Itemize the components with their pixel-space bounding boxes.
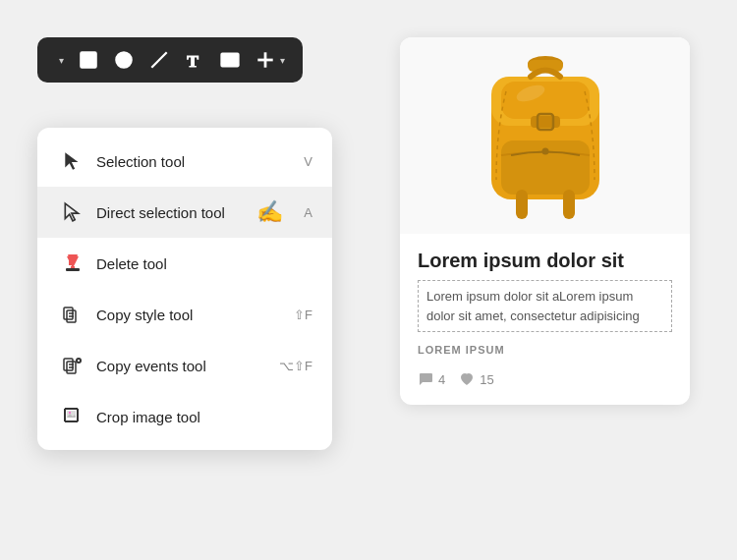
copy-style-tool-shortcut: ⇧F: [294, 308, 312, 322]
svg-rect-1: [81, 52, 95, 67]
crop-image-tool-label: Crop image tool: [96, 409, 312, 425]
svg-marker-9: [65, 152, 78, 170]
rectangle-tool-btn[interactable]: [78, 49, 99, 71]
add-tool-btn[interactable]: ▾: [255, 49, 285, 71]
copy-events-tool-label: Copy events tool: [96, 358, 279, 374]
line-tool-btn[interactable]: [148, 49, 170, 71]
line-icon: [148, 49, 170, 71]
selection-tool-item[interactable]: Selection tool V: [37, 136, 332, 187]
text-tool-btn[interactable]: T: [184, 49, 205, 71]
selection-tool-shortcut: V: [304, 154, 312, 169]
toolbar: ▾ T ▾: [37, 37, 303, 83]
crop-image-icon: [57, 401, 88, 432]
chevron-down-icon: ▾: [59, 55, 64, 66]
svg-rect-14: [68, 254, 78, 256]
likes-count: 15: [480, 372, 493, 387]
copy-events-tool-item[interactable]: Copy events tool ⌥⇧F: [37, 340, 332, 391]
svg-rect-40: [531, 116, 560, 128]
svg-rect-43: [516, 190, 528, 219]
heart-icon: [459, 371, 475, 387]
svg-line-3: [151, 52, 166, 67]
comments-count: 4: [438, 372, 445, 387]
svg-text:T: T: [187, 51, 198, 71]
direct-selection-icon: [57, 196, 88, 228]
likes-action[interactable]: 15: [459, 371, 493, 387]
svg-marker-13: [69, 255, 73, 265]
card-body-text: Lorem ipsum dolor sit aLorem ipsum dolor…: [418, 280, 672, 332]
text-icon: T: [184, 49, 205, 71]
card-actions: 4 15: [418, 367, 672, 387]
backpack-illustration: [462, 42, 629, 229]
direct-selection-tool-shortcut: A: [304, 205, 312, 220]
delete-tool-item[interactable]: Delete tool: [37, 238, 332, 289]
selection-tool-btn[interactable]: ▾: [55, 55, 64, 66]
comment-icon: [418, 371, 433, 387]
cursor-hand-icon: ✍: [256, 199, 283, 225]
copy-events-icon: [57, 350, 88, 381]
card-image: [400, 37, 690, 234]
comments-action[interactable]: 4: [418, 371, 445, 387]
card-title: Lorem ipsum dolor sit: [418, 250, 672, 272]
svg-point-42: [541, 148, 548, 155]
svg-point-2: [116, 52, 131, 67]
svg-rect-11: [66, 268, 80, 271]
delete-icon: [57, 248, 88, 279]
circle-icon: [113, 49, 135, 71]
card-body: Lorem ipsum dolor sit Lorem ipsum dolor …: [400, 234, 690, 387]
plus-chevron-icon: ▾: [280, 55, 285, 66]
plus-icon: [255, 49, 276, 71]
svg-rect-44: [563, 190, 575, 219]
delete-tool-label: Delete tool: [96, 255, 312, 272]
rectangle-icon: [78, 49, 99, 71]
selection-tool-label: Selection tool: [96, 153, 304, 170]
svg-marker-10: [65, 203, 78, 221]
svg-point-33: [69, 412, 71, 414]
copy-events-tool-shortcut: ⌥⇧F: [279, 359, 312, 373]
copy-style-tool-item[interactable]: Copy style tool ⇧F: [37, 289, 332, 340]
crop-image-tool-item[interactable]: Crop image tool: [37, 391, 332, 442]
content-card: Lorem ipsum dolor sit Lorem ipsum dolor …: [400, 37, 690, 405]
selection-icon: [57, 145, 88, 177]
direct-selection-tool-item[interactable]: Direct selection tool A ✍: [37, 187, 332, 238]
card-tag: LOREM IPSUM: [418, 344, 672, 356]
copy-style-tool-label: Copy style tool: [96, 307, 294, 323]
tools-dropdown: Selection tool V Direct selection tool A…: [37, 128, 332, 450]
circle-tool-btn[interactable]: [113, 49, 135, 71]
image-icon: [219, 49, 241, 71]
image-tool-btn[interactable]: [219, 49, 241, 71]
copy-style-icon: [57, 299, 88, 330]
